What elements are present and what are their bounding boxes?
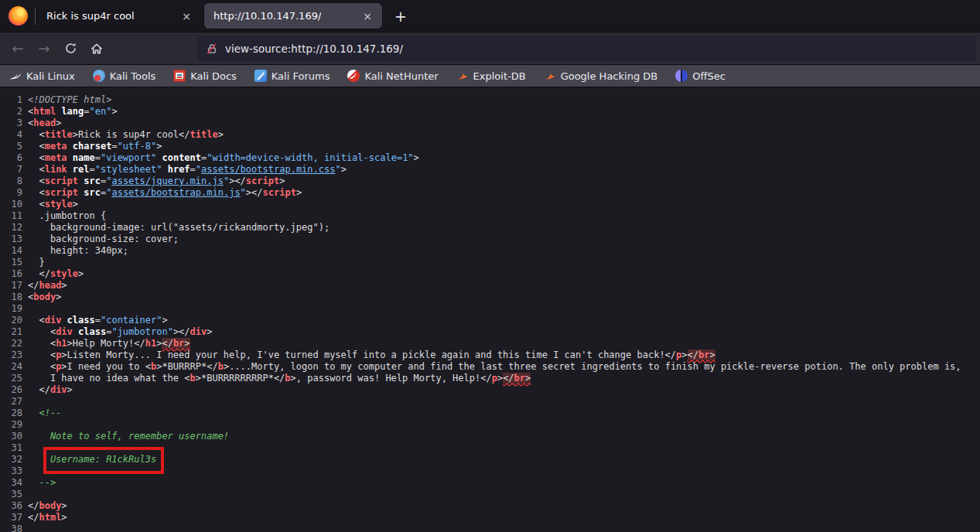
bookmark-label: Kali Tools [110,70,156,82]
line-number: 12 [0,222,22,234]
google-hacking-db-icon [544,70,556,82]
source-line: 34 --> [0,477,980,489]
bookmark-kali-nethunter[interactable]: Kali NetHunter [347,70,438,82]
source-line: 18<body> [0,292,980,303]
view-source-content: 1<!DOCTYPE html>2<html lang="en">3<head>… [0,87,980,532]
url-text: view-source:http://10.10.147.169/ [225,43,403,55]
navigation-toolbar: ← → view-source:http://10.10.147.169/ [0,32,980,65]
source-line: 23 <p>Listen Morty... I need your help, … [0,350,980,361]
line-number: 2 [0,106,22,118]
close-tab-icon[interactable]: × [359,8,376,25]
source-line: 27 [0,396,980,408]
source-line: 24 <p>I need you to <b>*BURRRP*</b>....M… [0,361,980,373]
home-icon [90,42,104,56]
source-line: 35 [0,489,980,500]
source-line: 11 .jumbotron { [0,210,980,222]
tab-active-url[interactable]: http://10.10.147.169/ × [204,3,382,29]
source-line: 5 <meta charset="utf-8"> [0,141,980,152]
kali-docs-icon [173,70,186,82]
kali-tools-icon [93,70,105,82]
bookmark-label: OffSec [692,70,726,82]
source-line: 6 <meta name="viewport" content="width=d… [0,152,980,164]
line-number: 29 [0,419,22,431]
source-line: 26 </div> [0,384,980,396]
line-number: 25 [0,373,22,384]
bookmark-kali-linux[interactable]: Kali Linux [9,70,75,82]
source-link[interactable]: assets/jquery.min.js [111,176,224,186]
reload-button[interactable] [57,36,84,61]
bookmark-google-hacking-db[interactable]: Google Hacking DB [544,70,658,82]
line-number: 20 [0,315,22,326]
tab-rick-is-sup4r-cool[interactable]: Rick is sup4r cool × [37,3,201,29]
source-line: 20 <div class="container"> [0,315,980,326]
line-number: 31 [0,442,22,454]
line-number: 27 [0,396,22,408]
source-line: 17</head> [0,280,980,292]
back-button[interactable]: ← [5,36,31,61]
firefox-logo-icon[interactable] [9,6,28,26]
line-number: 36 [0,500,22,512]
source-line: 8 <script src="assets/jquery.min.js"></s… [0,176,980,187]
line-number: 15 [0,257,22,268]
close-tab-icon[interactable]: × [178,8,195,25]
bookmark-kali-forums[interactable]: Kali Forums [254,70,330,82]
bookmark-label: Kali NetHunter [364,70,438,82]
source-line: 12 background-image: url("assets/rickand… [0,222,980,234]
source-line: 19 [0,303,980,315]
new-tab-button[interactable]: + [390,5,411,27]
line-number: 8 [0,176,22,187]
source-link[interactable]: assets/bootstrap.min.css [201,164,335,175]
offsec-icon [675,70,688,82]
source-line: 38 [0,523,980,532]
source-code: 1<!DOCTYPE html>2<html lang="en">3<head>… [0,94,980,532]
line-number: 3 [0,118,22,129]
tab-title: http://10.10.147.169/ [213,10,321,22]
source-line: 25 I have no idea what the <b>*BURRRRRRR… [0,373,980,384]
exploit-db-icon [456,70,469,82]
bookmark-label: Google Hacking DB [561,70,658,82]
source-line: 32 Username: R1ckRul3s [0,454,980,466]
source-line: 22 <h1>Help Morty!</h1></br> [0,338,980,350]
firefox-window: { "tab_bar": { "tabs": [ { "title": "Ric… [0,0,980,532]
line-number: 23 [0,350,22,361]
line-number: 38 [0,523,22,532]
kali-forums-icon [254,70,267,82]
line-number: 5 [0,141,22,152]
line-number: 17 [0,280,22,292]
line-number: 28 [0,408,22,419]
source-line: 36</body> [0,500,980,512]
bookmark-offsec[interactable]: OffSec [675,70,726,82]
bookmark-label: Kali Linux [26,70,75,82]
source-line: 29 [0,419,980,431]
bookmark-kali-docs[interactable]: Kali Docs [173,70,237,82]
line-number: 21 [0,326,22,338]
source-line: 10 <style> [0,199,980,210]
kali-dragon-icon [9,70,22,82]
source-line: 4 <title>Rick is sup4r cool</title> [0,129,980,141]
source-line: 2<html lang="en"> [0,106,980,118]
line-number: 7 [0,164,22,176]
source-link[interactable]: assets/bootstrap.min.js [111,187,240,198]
source-line: 1<!DOCTYPE html> [0,94,980,106]
source-line: 15 } [0,257,980,268]
source-line: 13 background-size: cover; [0,234,980,245]
line-number: 11 [0,210,22,222]
bookmarks-toolbar: Kali Linux Kali Tools Kali Docs Kali For… [0,65,980,87]
source-line: 9 <script src="assets/bootstrap.min.js">… [0,187,980,199]
address-bar[interactable]: view-source:http://10.10.147.169/ [198,36,976,61]
line-number: 18 [0,292,22,303]
home-button[interactable] [84,36,110,61]
bookmark-exploit-db[interactable]: Exploit-DB [456,70,526,82]
bookmark-label: Kali Docs [190,70,237,82]
line-number: 10 [0,199,22,210]
insecure-lock-icon[interactable] [206,43,218,55]
line-number: 37 [0,512,22,523]
bookmark-kali-tools[interactable]: Kali Tools [93,70,156,82]
line-number: 19 [0,303,22,315]
forward-button[interactable]: → [31,36,57,61]
line-number: 35 [0,489,22,500]
line-number: 34 [0,477,22,489]
line-number: 30 [0,431,22,442]
line-number: 9 [0,187,22,199]
source-line: 28 <!-- [0,408,980,419]
